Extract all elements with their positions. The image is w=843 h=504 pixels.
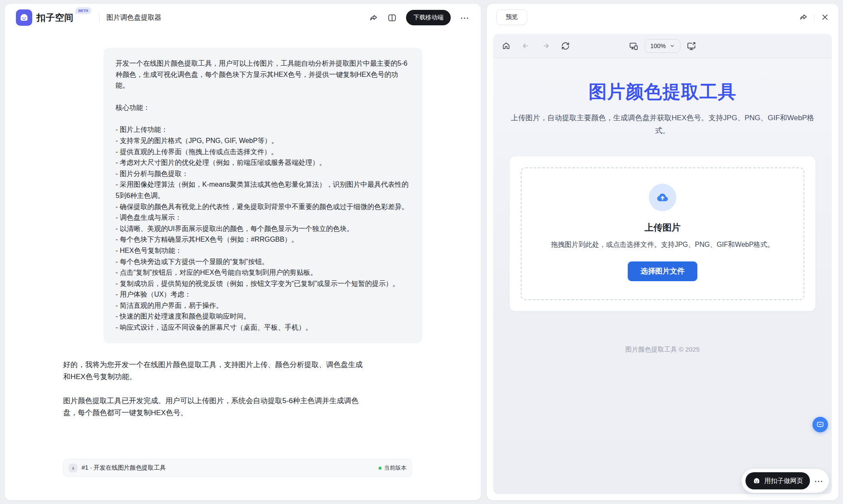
project-title: 图片调色盘提取器: [107, 13, 162, 22]
user-message-bullet: - 每个色块旁边或下方提供一个显眼的“复制”按钮。: [116, 256, 410, 267]
chat-thread: 开发一个在线图片颜色提取工具，用户可以上传图片，工具能自动分析并提取图片中最主要…: [5, 31, 481, 500]
more-menu-button[interactable]: ⋯: [460, 13, 470, 22]
user-message-bullet-list: - 图片上传功能：- 支持常见的图片格式（JPG, PNG, GIF, WebP…: [116, 124, 410, 333]
user-message-bullet: - 提供直观的上传界面（拖拽上传或点击选择文件）。: [116, 146, 410, 158]
user-message-bullet: - 图片上传功能：: [116, 124, 410, 135]
user-message-bullet: - 每个色块下方精确显示其HEX色号（例如：#RRGGBB）。: [116, 234, 410, 245]
terminal-prompt-icon: ›: [69, 464, 77, 472]
share-button[interactable]: [369, 13, 378, 22]
preview-share-button[interactable]: [799, 13, 808, 21]
assistant-reply-paragraph: 好的，我将为您开发一个在线图片颜色提取工具，支持图片上传、颜色分析提取、调色盘生…: [63, 359, 364, 383]
header-divider: [814, 14, 815, 21]
user-message-bullet: - 响应式设计，适应不同设备的屏幕尺寸（桌面、平板、手机）。: [116, 322, 410, 333]
header-divider: [99, 13, 100, 22]
preview-panel: 预览: [486, 3, 839, 501]
monitor-smartphone-icon: [629, 42, 638, 51]
cloud-upload-icon: [656, 191, 669, 204]
browser-frame: 100% 图片颜色提取工具 上传图片，自动提取主要颜色，生成调色盘并获取HEX色…: [493, 34, 832, 494]
device-toggle-button[interactable]: [629, 42, 638, 51]
back-arrow-icon: [522, 42, 530, 50]
upload-dropzone[interactable]: 上传图片 拖拽图片到此处，或点击选择文件。支持JPG、PNG、GIF和WebP格…: [521, 167, 804, 300]
tab-preview[interactable]: 预览: [496, 9, 527, 25]
beta-badge: BETA: [75, 7, 92, 14]
user-message-bullet: - 复制成功后，提供简短的视觉反馈（例如，按钮文字变为“已复制”或显示一个短暂的…: [116, 278, 410, 289]
user-message-bullet: - 支持常见的图片格式（JPG, PNG, GIF, WebP等）。: [116, 135, 410, 146]
status-dot-icon: [379, 467, 382, 470]
user-message-section-label: 核心功能：: [116, 102, 410, 113]
browser-toolbar: 100%: [493, 34, 832, 58]
screen-share-icon: [687, 42, 696, 51]
share-icon: [799, 13, 808, 21]
refresh-button[interactable]: [561, 42, 570, 50]
user-message-bullet: - 确保提取的颜色具有视觉上的代表性，避免提取到背景中不重要的颜色或过于细微的色…: [116, 201, 410, 213]
user-message-bullet: - HEX色号复制功能：: [116, 245, 410, 256]
share-icon: [369, 13, 378, 22]
assistant-reply: 好的，我将为您开发一个在线图片颜色提取工具，支持图片上传、颜色分析提取、调色盘生…: [63, 359, 364, 419]
home-button[interactable]: [502, 42, 510, 50]
app-name: 扣子空间: [37, 12, 73, 24]
forward-arrow-icon: [541, 42, 550, 50]
coze-logo: [16, 9, 32, 26]
version-label: #1 · 开发在线图片颜色提取工具: [82, 464, 166, 472]
user-message-bullet: - 调色盘生成与展示：: [116, 212, 410, 223]
made-with-coze-label: 用扣子做网页: [764, 477, 803, 485]
split-view-button[interactable]: [388, 13, 397, 22]
preview-footer: 图片颜色提取工具 © 2025: [493, 346, 832, 354]
made-with-coze-button[interactable]: 用扣子做网页: [745, 472, 810, 489]
workspace-panel: 扣子空间 BETA 图片调色盘提取器 下载移动端 ⋯ 开发一个在线图片颜色提取工…: [4, 3, 481, 501]
user-message-bullet: - 快速的图片处理速度和颜色提取响应时间。: [116, 311, 410, 322]
user-message-bullet: - 图片分析与颜色提取：: [116, 168, 410, 179]
zoom-level-value: 100%: [651, 43, 666, 49]
user-message-intro: 开发一个在线图片颜色提取工具，用户可以上传图片，工具能自动分析并提取图片中最主要…: [116, 58, 410, 91]
version-bar[interactable]: › #1 · 开发在线图片颜色提取工具 当前版本: [63, 459, 412, 477]
download-mobile-button[interactable]: 下载移动端: [406, 10, 451, 25]
back-button[interactable]: [522, 42, 530, 50]
coze-branding-container: 用扣子做网页 ⋯: [742, 469, 829, 493]
chat-fab-button[interactable]: [812, 417, 828, 432]
user-message-bullet: - 用户体验（UX）考虑：: [116, 289, 410, 300]
open-in-new-window-button[interactable]: [687, 42, 696, 51]
branding-more-button[interactable]: ⋯: [814, 477, 824, 486]
preview-panel-header: 预览: [487, 4, 838, 30]
user-message-bullet: - 采用图像处理算法（例如，K-means聚类算法或其他色彩量化算法），识别图片…: [116, 179, 410, 201]
coze-mascot-icon: [752, 477, 761, 485]
workspace-header: 扣子空间 BETA 图片调色盘提取器 下载移动端 ⋯: [5, 4, 481, 31]
zoom-level-dropdown[interactable]: 100%: [645, 39, 681, 53]
chevron-down-icon: [669, 43, 675, 49]
upload-heading: 上传图片: [644, 222, 681, 234]
upload-description: 拖拽图片到此处，或点击选择文件。支持JPG、PNG、GIF和WebP格式。: [540, 239, 785, 250]
upload-card: 上传图片 拖拽图片到此处，或点击选择文件。支持JPG、PNG、GIF和WebP格…: [510, 156, 816, 311]
user-message-bullet: - 点击“复制”按钮后，对应的HEX色号能自动复制到用户的剪贴板。: [116, 267, 410, 278]
user-message-bubble: 开发一个在线图片颜色提取工具，用户可以上传图片，工具能自动分析并提取图片中最主要…: [104, 48, 422, 343]
user-message-bullet: - 以清晰、美观的UI界面展示提取出的颜色，每个颜色显示为一个独立的色块。: [116, 223, 410, 234]
choose-file-button[interactable]: 选择图片文件: [628, 261, 697, 281]
split-view-icon: [388, 13, 397, 22]
close-icon: [821, 13, 829, 21]
preview-page-subtitle: 上传图片，自动提取主要颜色，生成调色盘并获取HEX色号。支持JPG、PNG、GI…: [506, 112, 819, 137]
upload-icon-circle: [649, 184, 676, 211]
user-message-bullet: - 考虑对大尺寸图片的优化处理（例如，前端压缩或服务器端处理）。: [116, 157, 410, 168]
current-version-text: 当前版本: [384, 464, 406, 472]
preview-viewport: 图片颜色提取工具 上传图片，自动提取主要颜色，生成调色盘并获取HEX色号。支持J…: [493, 58, 832, 494]
version-status: 当前版本: [379, 464, 406, 472]
close-preview-button[interactable]: [821, 13, 829, 21]
home-icon: [502, 42, 510, 50]
assistant-reply-paragraph: 图片颜色提取工具已开发完成。用户可以上传图片，系统会自动提取5-6种主色调并生成…: [63, 395, 364, 419]
forward-button[interactable]: [541, 42, 550, 50]
chat-bubble-icon: [816, 420, 825, 429]
user-message-bullet: - 简洁直观的用户界面，易于操作。: [116, 300, 410, 311]
preview-page-title: 图片颜色提取工具: [493, 80, 832, 104]
refresh-icon: [561, 42, 570, 50]
coze-mascot-icon: [18, 12, 30, 23]
